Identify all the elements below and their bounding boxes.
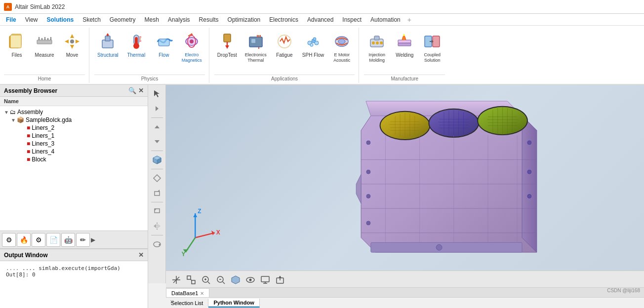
vp-btn-zoom-in[interactable]: [200, 273, 212, 286]
vp-btn-fit[interactable]: [185, 273, 198, 286]
vtool-arrow-down[interactable]: [150, 135, 164, 149]
vtool-rotate2[interactable]: [150, 204, 164, 218]
svg-rect-30: [224, 34, 231, 42]
part-icon-block: ■: [27, 156, 30, 163]
expander-file[interactable]: ▼: [11, 117, 16, 123]
menu-analysis[interactable]: Analysis: [164, 15, 194, 24]
electromagnetics-icon: [182, 32, 201, 51]
coupled-icon: [422, 32, 442, 51]
svg-marker-161: [279, 276, 282, 278]
vtool-rotate3[interactable]: [150, 237, 164, 251]
ribbon-item-sphflow[interactable]: SPH Flow: [299, 30, 327, 60]
ribbon-item-droptest[interactable]: DropTest: [214, 30, 240, 60]
tree-item-liners4[interactable]: ■ Liners_4: [0, 148, 148, 155]
vp-btn-axes[interactable]: [170, 273, 183, 286]
vtool-div5: [151, 235, 163, 235]
vtool-arrow-up[interactable]: [150, 120, 164, 134]
ribbon-item-injection[interactable]: InjectionMolding: [364, 30, 390, 65]
tree-item-block[interactable]: ■ Block: [0, 155, 148, 163]
subtab-python-window[interactable]: Python Window: [208, 299, 259, 308]
menu-solutions[interactable]: Solutions: [42, 15, 78, 24]
ribbon-item-thermal[interactable]: Thermal: [123, 30, 149, 60]
svg-rect-129: [371, 242, 522, 252]
sphflow-label: SPH Flow: [302, 52, 324, 58]
svg-marker-29: [190, 33, 193, 35]
vtool-arrow-right[interactable]: [150, 102, 164, 116]
block-label: Block: [32, 156, 46, 163]
svg-point-155: [249, 278, 252, 281]
menu-optimization[interactable]: Optimization: [224, 15, 265, 24]
tree-content: ▼ 🗂 Assembly ▼ 📦 SampleBolck.gda ■ Liner…: [0, 106, 148, 165]
menu-file[interactable]: File: [2, 15, 20, 24]
tab-icon-gear2[interactable]: ⚙: [32, 233, 45, 247]
tree-item-file[interactable]: ▼ 📦 SampleBolck.gda: [0, 116, 148, 124]
tree-item-assembly[interactable]: ▼ 🗂 Assembly: [0, 108, 148, 116]
menu-geometry[interactable]: Geometry: [106, 15, 140, 24]
vtool-mirror[interactable]: [150, 219, 164, 233]
ribbon-item-flow[interactable]: Flow: [151, 30, 177, 60]
ribbon-item-files[interactable]: Files: [4, 30, 30, 60]
ribbon-item-welding[interactable]: Welding: [392, 30, 417, 60]
svg-marker-73: [158, 224, 161, 228]
tree-item-liners1[interactable]: ■ Liners_1: [0, 132, 148, 140]
tab-icon-edit[interactable]: ✏: [76, 233, 90, 247]
part-icon-liners1: ■: [27, 132, 30, 139]
close-panel-icon[interactable]: ✕: [138, 87, 144, 94]
vp-btn-zoom-out[interactable]: [214, 273, 227, 286]
liners1-label: Liners_1: [32, 132, 54, 139]
tab-database1[interactable]: DataBase1 ✕: [166, 288, 209, 298]
close-output-icon[interactable]: ✕: [138, 251, 144, 259]
vp-btn-monitor[interactable]: [259, 273, 272, 286]
menu-inspect[interactable]: Inspect: [338, 15, 365, 24]
menu-view[interactable]: View: [21, 15, 42, 24]
app-title: Altair SimLab 2022: [15, 3, 65, 10]
ribbon-item-structural[interactable]: Structural: [94, 30, 121, 60]
menu-results[interactable]: Results: [195, 15, 223, 24]
vtool-select[interactable]: [150, 87, 164, 101]
output-window: Output Window ✕ .... .... simlab.execute…: [0, 249, 148, 308]
search-icon[interactable]: 🔍: [128, 87, 136, 94]
tab-icon-settings[interactable]: ⚙: [2, 233, 16, 247]
menu-advanced[interactable]: Advanced: [303, 15, 337, 24]
svg-rect-24: [159, 39, 169, 46]
tab-bar: DataBase1 ✕: [166, 287, 644, 298]
menu-electronics[interactable]: Electronics: [265, 15, 302, 24]
tab-icon-robot[interactable]: 🤖: [61, 233, 75, 247]
ribbon-item-move[interactable]: Move: [59, 30, 85, 60]
tab-arrow[interactable]: ▶: [91, 236, 95, 243]
tab-icon-fire[interactable]: 🔥: [17, 233, 31, 247]
ribbon-item-emotor[interactable]: E MotorAcoustic: [329, 30, 355, 65]
assembly-browser-title: Assembly Browser: [4, 87, 57, 94]
thermal-label: Thermal: [127, 52, 145, 58]
tree-item-liners2[interactable]: ■ Liners_2: [0, 124, 148, 132]
title-bar: A Altair SimLab 2022: [0, 0, 644, 14]
ribbon-item-electromagnetics[interactable]: ElectroMagnetics: [179, 30, 205, 65]
ribbon-item-electronics-thermal[interactable]: ElectronicsThermal: [242, 30, 270, 65]
menu-sketch[interactable]: Sketch: [79, 15, 105, 24]
vtool-rotate-right[interactable]: [150, 186, 164, 200]
svg-marker-12: [76, 39, 80, 43]
menu-bar: File View Solutions Sketch Geometry Mesh…: [0, 14, 644, 26]
tab-icon-doc[interactable]: 📄: [46, 233, 60, 247]
vtool-cube[interactable]: [150, 153, 164, 167]
assembly-folder-icon: 🗂: [10, 109, 16, 116]
close-subtab-icon[interactable]: ✕: [170, 299, 174, 305]
ribbon-item-coupled[interactable]: CoupledSolution: [419, 30, 445, 65]
vtool-diamond[interactable]: [150, 171, 164, 185]
expander-assembly[interactable]: ▼: [4, 110, 9, 115]
viewport-3d[interactable]: X Z Y: [166, 85, 644, 273]
tab-close-database1[interactable]: ✕: [200, 291, 204, 296]
ribbon-item-measure[interactable]: Measure: [32, 30, 57, 60]
emotor-label: E MotorAcoustic: [333, 52, 350, 63]
menu-add-icon[interactable]: +: [405, 16, 413, 24]
svg-point-125: [527, 141, 531, 145]
vp-btn-cube-view[interactable]: [229, 273, 242, 286]
menu-automation[interactable]: Automation: [366, 15, 404, 24]
svg-rect-33: [249, 37, 262, 47]
tree-item-liners3[interactable]: ■ Liners_3: [0, 140, 148, 148]
vp-btn-eye[interactable]: [244, 273, 257, 286]
ribbon-item-fatigue[interactable]: Fatigue: [272, 30, 297, 60]
menu-mesh[interactable]: Mesh: [141, 15, 163, 24]
svg-marker-17: [106, 33, 109, 36]
vp-btn-export[interactable]: [274, 273, 286, 286]
